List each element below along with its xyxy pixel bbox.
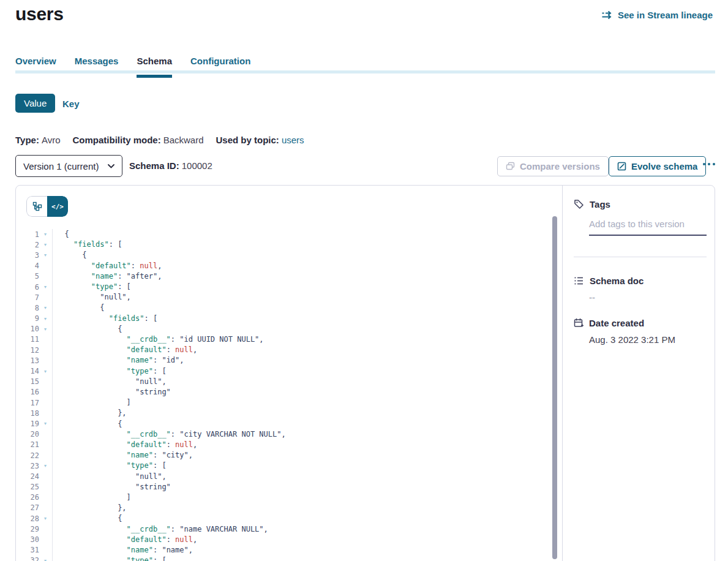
fold-toggle-icon[interactable]: ▾	[39, 242, 51, 247]
code-line: "fields": [	[56, 239, 550, 250]
fold-toggle-icon[interactable]: ▾	[39, 232, 51, 237]
code-lines[interactable]: { "fields": [ { "default": null, "name":…	[56, 229, 550, 561]
code-line: "name": "city",	[56, 450, 550, 461]
evolve-schema-button[interactable]: Evolve schema	[609, 156, 706, 176]
tab-overview[interactable]: Overview	[15, 56, 56, 78]
code-line: "string"	[56, 482, 550, 492]
line-number: 23	[16, 462, 39, 470]
tab-configuration[interactable]: Configuration	[190, 56, 250, 78]
schema-id: Schema ID:100002	[129, 160, 212, 171]
code-view-icon[interactable]: </>	[47, 196, 68, 217]
used-by-topic-meta: Used by topic:users	[216, 135, 304, 145]
code-line: },	[56, 408, 550, 418]
line-number: 28	[16, 514, 39, 523]
code-line: {	[56, 229, 550, 239]
schema-panel: </> 1▾2▾3▾456▾78▾9▾10▾11121314▾151617181…	[15, 185, 715, 561]
chevron-down-icon	[108, 164, 114, 168]
line-number: 30	[16, 535, 39, 544]
line-number: 8	[16, 304, 39, 312]
line-number: 19	[16, 420, 39, 428]
version-select[interactable]: Version 1 (current)	[15, 155, 122, 177]
code-line: "default": null,	[56, 535, 550, 545]
schema-code-editor: </> 1▾2▾3▾456▾78▾9▾10▾11121314▾151617181…	[16, 186, 562, 561]
compatibility-meta: Compatibility mode:Backward	[72, 135, 203, 145]
list-icon	[574, 276, 584, 285]
code-line: "__crdb__": "city VARCHAR NOT NULL",	[56, 429, 550, 440]
line-number: 2	[16, 241, 39, 249]
line-number: 18	[16, 409, 39, 418]
stream-lineage-arrows-icon	[601, 10, 613, 20]
code-line: },	[56, 503, 550, 513]
code-line: "__crdb__": "id UUID NOT NULL",	[56, 334, 550, 345]
see-in-stream-lineage-link[interactable]: See in Stream lineage	[601, 10, 713, 20]
code-line: "default": null,	[56, 345, 550, 355]
line-number: 4	[16, 262, 39, 270]
code-line: ]	[56, 397, 550, 408]
code-line: "name": "name",	[56, 545, 550, 555]
fold-toggle-icon[interactable]: ▾	[39, 516, 51, 521]
line-number: 16	[16, 388, 39, 396]
gutter: 1▾2▾3▾456▾78▾9▾10▾11121314▾1516171819▾20…	[16, 229, 53, 561]
fold-toggle-icon[interactable]: ▾	[39, 558, 51, 561]
topic-link[interactable]: users	[282, 135, 304, 145]
key-toggle-button[interactable]: Key	[62, 99, 80, 109]
fold-toggle-icon[interactable]: ▾	[39, 326, 51, 332]
code-line: "__crdb__": "name VARCHAR NULL",	[56, 524, 550, 535]
compare-versions-button[interactable]: Compare versions	[497, 156, 609, 176]
code-line: {	[56, 513, 550, 524]
tab-underline-track	[15, 70, 715, 73]
code-line: {	[56, 303, 550, 313]
tag-icon	[574, 199, 584, 209]
line-number: 22	[16, 451, 39, 460]
code-line: "fields": [	[56, 314, 550, 324]
code-line: {	[56, 419, 550, 429]
line-number: 3	[16, 251, 39, 260]
code-line: "null",	[56, 377, 550, 387]
tab-schema[interactable]: Schema	[137, 56, 172, 78]
line-number: 5	[16, 272, 39, 280]
tab-bar: Overview Messages Schema Configuration	[15, 56, 250, 78]
calendar-plus-icon	[574, 318, 584, 328]
schema-page: users See in Stream lineage Overview Mes…	[0, 0, 728, 561]
code-line: "null",	[56, 292, 550, 303]
schema-sidebar: Tags Add tags to this version Schema doc…	[562, 186, 715, 561]
value-toggle-button[interactable]: Value	[15, 94, 55, 113]
code-line: {	[56, 324, 550, 334]
compare-versions-icon	[506, 162, 515, 171]
line-number: 7	[16, 293, 39, 302]
line-number: 15	[16, 377, 39, 386]
fold-toggle-icon[interactable]: ▾	[39, 252, 51, 258]
fold-toggle-icon[interactable]: ▾	[39, 305, 51, 311]
sidebar-divider	[574, 257, 707, 257]
line-number: 25	[16, 483, 39, 491]
line-number: 32	[16, 556, 39, 561]
code-line: "type": [	[56, 282, 550, 292]
add-tags-input[interactable]: Add tags to this version	[589, 219, 707, 236]
tree-view-icon[interactable]	[26, 196, 47, 217]
code-line: "name": "after",	[56, 271, 550, 282]
line-number: 10	[16, 325, 39, 333]
code-line: "name": "id",	[56, 355, 550, 366]
schema-doc-header: Schema doc	[574, 276, 644, 286]
fold-toggle-icon[interactable]: ▾	[39, 463, 51, 469]
code-line: "type": [	[56, 461, 550, 471]
edit-schema-icon	[617, 162, 626, 171]
type-meta: Type:Avro	[15, 135, 60, 145]
editor-view-toggle: </>	[26, 196, 68, 217]
line-number: 11	[16, 335, 39, 344]
fold-toggle-icon[interactable]: ▾	[39, 421, 51, 426]
version-select-value: Version 1 (current)	[23, 161, 99, 171]
line-number: 13	[16, 356, 39, 365]
date-created-header: Date created	[574, 318, 644, 328]
ellipsis-icon[interactable]	[703, 163, 715, 165]
fold-toggle-icon[interactable]: ▾	[39, 316, 51, 322]
code-line: "type": [	[56, 366, 550, 377]
code-line: "type": [	[56, 555, 550, 561]
line-number: 29	[16, 525, 39, 533]
tab-messages[interactable]: Messages	[75, 56, 119, 78]
code-line: "default": null,	[56, 440, 550, 450]
fold-toggle-icon[interactable]: ▾	[39, 369, 51, 374]
editor-scrollbar[interactable]	[552, 216, 557, 559]
line-number: 21	[16, 440, 39, 449]
fold-toggle-icon[interactable]: ▾	[39, 284, 51, 290]
